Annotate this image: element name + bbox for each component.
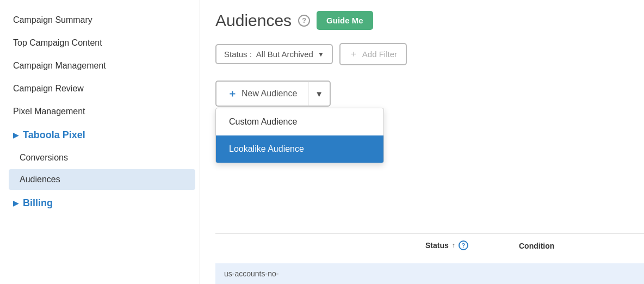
table-header-row: Status ↑ ? Condition (215, 233, 644, 257)
dropdown-item-label: Custom Audience (229, 117, 297, 126)
new-audience-row: ＋ New Audience ▼ (215, 81, 331, 107)
filter-bar: Status : All But Archived ▼ ＋ Add Filter (215, 43, 629, 65)
sidebar-subitem-label: Conversions (20, 153, 68, 162)
condition-column-header: Condition (519, 242, 554, 250)
sidebar-item-campaign-summary[interactable]: Campaign Summary (0, 9, 200, 32)
sidebar-item-audiences[interactable]: Audiences (9, 169, 195, 190)
sidebar-item-pixel-management[interactable]: Pixel Management (0, 100, 200, 123)
sidebar-section-taboola-pixel[interactable]: ▶ Taboola Pixel (0, 123, 200, 147)
dropdown-item-label: Lookalike Audience (229, 144, 304, 153)
sidebar-item-campaign-review[interactable]: Campaign Review (0, 77, 200, 100)
dropdown-item-lookalike-audience[interactable]: Lookalike Audience (216, 135, 383, 163)
status-filter-value: All But Archived (256, 50, 313, 59)
new-audience-plus-icon: ＋ (227, 87, 237, 100)
status-filter-label: Status : (224, 50, 252, 59)
audience-dropdown-menu: Custom Audience Lookalike Audience (215, 108, 384, 163)
plus-icon: ＋ (349, 48, 358, 60)
new-audience-label: New Audience (242, 89, 297, 98)
sidebar-subitem-label: Audiences (20, 175, 60, 184)
sidebar-item-label: Pixel Management (13, 107, 85, 116)
sort-arrow-icon: ↑ (452, 242, 455, 249)
add-filter-label: Add Filter (362, 50, 397, 59)
sidebar-item-label: Top Campaign Content (13, 38, 102, 47)
new-audience-caret-button[interactable]: ▼ (308, 81, 331, 107)
section-arrow-icon: ▶ (13, 131, 18, 139)
sidebar-item-top-campaign-content[interactable]: Top Campaign Content (0, 32, 200, 54)
sidebar-item-campaign-management[interactable]: Campaign Management (0, 54, 200, 77)
page-header: Audiences ? Guide Me (215, 11, 629, 30)
status-help-icon[interactable]: ? (459, 240, 468, 250)
guide-me-button[interactable]: Guide Me (317, 11, 373, 30)
table-partial-row: us-accounts-no- (215, 263, 644, 284)
sidebar-item-label: Campaign Management (13, 61, 106, 70)
section-label: Billing (23, 197, 53, 209)
dropdown-item-custom-audience[interactable]: Custom Audience (216, 108, 383, 135)
audience-section: ＋ New Audience ▼ Custom Audience Lookali… (215, 81, 331, 107)
main-content: Audiences ? Guide Me Status : All But Ar… (200, 0, 644, 284)
sidebar: Campaign Summary Top Campaign Content Ca… (0, 0, 200, 284)
partial-row-text: us-accounts-no- (224, 269, 278, 278)
page-help-icon[interactable]: ? (298, 15, 310, 27)
new-audience-button[interactable]: ＋ New Audience (215, 81, 308, 107)
dropdown-arrow-icon: ▼ (318, 51, 324, 58)
section-arrow-icon: ▶ (13, 199, 18, 207)
add-filter-button[interactable]: ＋ Add Filter (339, 43, 407, 65)
page-title: Audiences (215, 11, 292, 30)
sidebar-item-conversions[interactable]: Conversions (0, 147, 200, 168)
status-column-header: Status (425, 241, 449, 250)
sidebar-item-label: Campaign Summary (13, 15, 92, 24)
caret-down-icon: ▼ (315, 89, 323, 98)
sidebar-item-label: Campaign Review (13, 84, 84, 93)
sidebar-section-billing[interactable]: ▶ Billing (0, 191, 200, 215)
section-label: Taboola Pixel (23, 129, 85, 141)
status-filter-dropdown[interactable]: Status : All But Archived ▼ (215, 44, 333, 64)
